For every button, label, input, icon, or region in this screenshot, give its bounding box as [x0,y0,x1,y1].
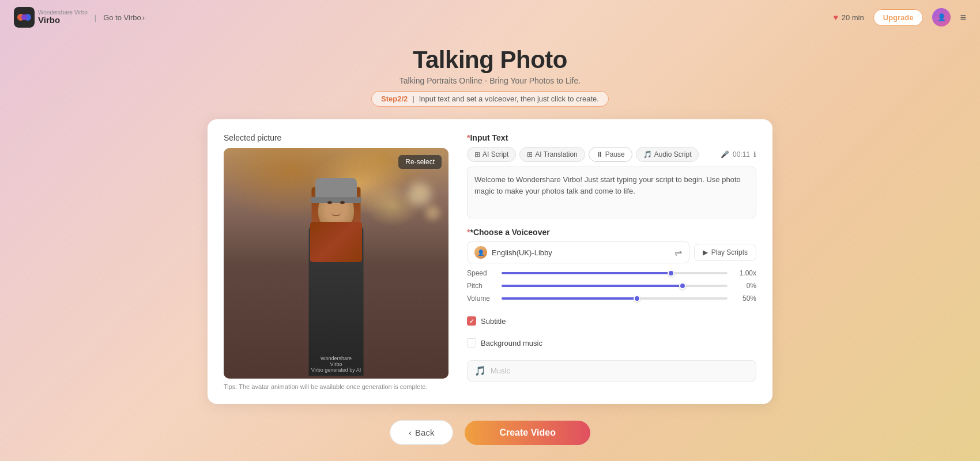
pause-icon: ⏸ [596,150,603,158]
mic-icon: 🎤 [721,150,729,158]
back-label: Back [415,428,434,437]
bokeh-light [408,183,431,206]
step-indicator: Step2/2 | Input text and set a voiceover… [371,91,609,107]
bottom-bar: ‹ Back Create Video [0,411,980,449]
music-input-row[interactable]: 🎵 Music [467,360,756,381]
goto-virbo-link[interactable]: Go to Virbo › [103,13,145,22]
ai-script-tab[interactable]: ⊞ AI Script [467,147,516,162]
pitch-label: Pitch [467,282,496,290]
header: Wondershare Virbo Virbo | Go to Virbo › … [0,0,980,35]
page-subtitle: Talking Portraits Online - Bring Your Ph… [0,76,980,85]
bokeh-light-2 [425,206,440,220]
background-music-checkbox[interactable] [467,338,476,347]
step-label: Step2/2 [381,95,408,103]
voice-selector[interactable]: 👤 English(UK)-Libby ⇌ [467,241,689,263]
eye-right [340,201,345,204]
ai-translation-icon: ⊞ [527,150,533,158]
user-avatar[interactable]: 👤 [932,8,951,27]
voiceover-title: **Choose a Voiceover [467,228,756,237]
volume-fill [502,297,637,300]
goto-arrow-icon: › [142,13,145,22]
header-left: Wondershare Virbo Virbo | Go to Virbo › [14,7,145,28]
audio-script-tab[interactable]: 🎵 Audio Script [636,147,699,162]
right-panel: *Input Text ⊞ AI Script ⊞ AI Translation… [467,133,756,390]
pitch-value: 0% [733,282,756,290]
logo-text: Wondershare Virbo Virbo [38,9,88,25]
voice-name: English(UK)-Libby [492,248,670,257]
play-scripts-button[interactable]: ▶ Play Scripts [694,244,756,261]
voiceover-section: **Choose a Voiceover 👤 English(UK)-Libby… [467,228,756,307]
menu-icon[interactable]: ≡ [960,12,966,24]
speed-slider[interactable] [502,272,728,274]
ai-script-icon: ⊞ [474,150,480,158]
pause-label: Pause [605,150,625,158]
logo-icon [14,7,35,28]
speed-thumb[interactable] [668,270,674,277]
volume-slider[interactable] [502,297,728,300]
pitch-slider[interactable] [502,285,728,287]
audio-script-icon: 🎵 [643,150,652,158]
credits-display: ♥ 20 min [833,13,864,22]
back-arrow-icon: ‹ [409,428,412,437]
step-separator: | [412,95,414,103]
audio-script-label: Audio Script [654,150,692,158]
left-panel: Selected picture [224,133,448,390]
svg-point-3 [21,14,27,20]
input-tabs-row: ⊞ AI Script ⊞ AI Translation ⏸ Pause 🎵 A… [467,147,756,162]
speed-label: Speed [467,269,496,277]
background-music-row: Background music [467,338,756,347]
watermark: Wondershare Virbo Virbo generated by AI [311,356,361,373]
hero-section: Talking Photo Talking Portraits Online -… [0,35,980,112]
ai-script-label: AI Script [483,150,508,158]
hat-brim [311,197,361,203]
info-icon: ℹ [753,150,756,158]
music-placeholder: Music [491,366,510,375]
create-video-button[interactable]: Create Video [465,421,590,445]
tips-text: Tips: The avatar animation will be avail… [224,383,448,390]
person-figure [278,171,394,379]
selected-picture-label: Selected picture [224,133,448,142]
voice-avatar: 👤 [474,246,487,259]
photo-container: Re-select Wondershare Virbo Virbo genera… [224,148,448,379]
scarf [310,222,362,262]
ai-translation-tab[interactable]: ⊞ AI Translation [519,147,585,162]
volume-label: Volume [467,294,496,303]
swap-icon: ⇌ [674,247,682,258]
eye-left [327,201,332,204]
subtitle-label: Subtitle [481,317,506,326]
play-icon: ▶ [703,248,708,256]
credits-heart-icon: ♥ [833,13,838,22]
input-text-section: *Input Text ⊞ AI Script ⊞ AI Translation… [467,133,756,218]
page-title: Talking Photo [0,46,980,74]
hat [315,178,357,200]
pitch-slider-row: Pitch 0% [467,282,756,290]
duration-display: 🎤 00:11 ℹ [721,150,756,158]
main-card: Selected picture [208,119,772,404]
speed-fill [502,272,671,274]
pause-tab[interactable]: ⏸ Pause [589,147,632,162]
input-text-title: *Input Text [467,133,756,142]
reselect-button[interactable]: Re-select [398,155,442,169]
pitch-fill [502,285,683,287]
volume-value: 50% [733,294,756,303]
subtitle-row: Subtitle [467,316,756,326]
volume-thumb[interactable] [634,295,640,302]
music-note-icon: 🎵 [474,365,486,376]
logo[interactable]: Wondershare Virbo Virbo [14,7,88,28]
voiceover-row: 👤 English(UK)-Libby ⇌ ▶ Play Scripts [467,241,756,263]
duration-value: 00:11 [733,150,750,158]
input-text-area[interactable]: Welcome to Wondershare Virbo! Just start… [467,167,756,218]
background-music-label: Background music [481,339,542,347]
header-right: ♥ 20 min Upgrade 👤 ≡ [833,8,966,27]
subtitle-checkbox[interactable] [467,316,476,326]
volume-slider-row: Volume 50% [467,294,756,303]
credits-amount: 20 min [842,13,864,22]
pitch-thumb[interactable] [679,282,686,289]
input-text-content: Welcome to Wondershare Virbo! Just start… [474,175,741,195]
play-scripts-label: Play Scripts [711,248,748,256]
ai-translation-label: AI Translation [535,150,577,158]
step-description: Input text and set a voiceover, then jus… [419,95,599,103]
speed-value: 1.00x [733,269,756,277]
upgrade-button[interactable]: Upgrade [873,9,924,26]
back-button[interactable]: ‹ Back [390,420,453,445]
